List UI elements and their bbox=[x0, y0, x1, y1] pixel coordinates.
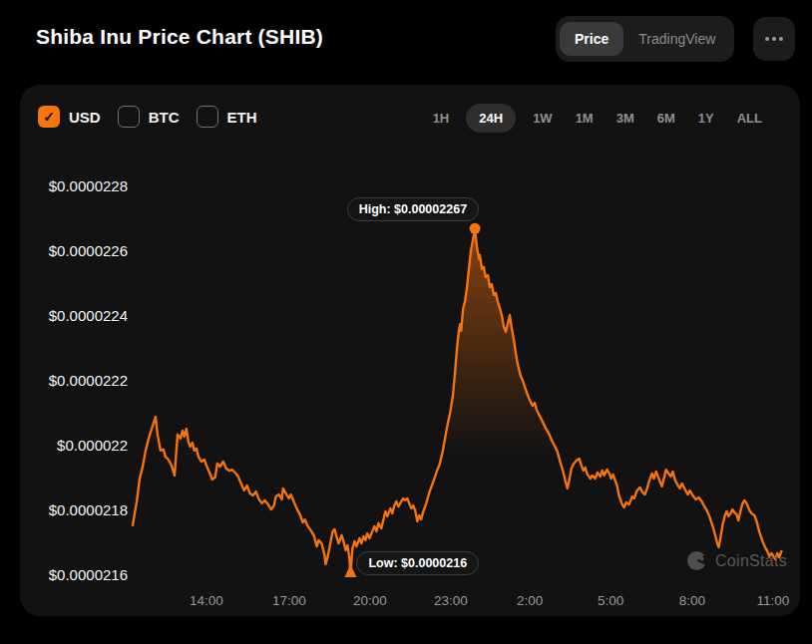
checked-checkbox-icon[interactable]: ✓ bbox=[38, 106, 60, 128]
x-axis-label: 8:00 bbox=[662, 593, 722, 608]
range-button-all[interactable]: ALL bbox=[731, 104, 768, 133]
coinstats-logo-icon bbox=[686, 550, 707, 571]
y-axis-label: $0.0000224 bbox=[18, 307, 128, 325]
ellipsis-icon bbox=[772, 37, 776, 41]
y-axis-label: $0.0000218 bbox=[18, 501, 128, 519]
low-label-pill: Low: $0.0000216 bbox=[356, 551, 479, 575]
page: { "header": { "title": "Shiba Inu Price … bbox=[0, 0, 812, 644]
range-button-6m[interactable]: 6M bbox=[651, 104, 681, 133]
currency-checkbox-usd[interactable]: ✓USD bbox=[38, 106, 101, 128]
toggle-price-button[interactable]: Price bbox=[560, 22, 623, 56]
y-axis-label: $0.000022 bbox=[18, 437, 128, 455]
range-button-1w[interactable]: 1W bbox=[527, 104, 559, 133]
range-button-1m[interactable]: 1M bbox=[570, 104, 600, 133]
range-button-24h[interactable]: 24H bbox=[466, 104, 516, 133]
unchecked-checkbox-icon[interactable] bbox=[197, 106, 218, 128]
x-axis-label: 17:00 bbox=[259, 593, 319, 608]
toggle-tradingview-button[interactable]: TradingView bbox=[623, 22, 730, 56]
x-axis-label: 11:00 bbox=[743, 593, 803, 608]
x-axis-label: 5:00 bbox=[581, 593, 640, 608]
range-button-1y[interactable]: 1Y bbox=[692, 104, 720, 133]
y-axis-label: $0.0000222 bbox=[18, 372, 128, 390]
currency-label: BTC bbox=[149, 109, 180, 126]
x-axis-label: 23:00 bbox=[421, 593, 481, 608]
y-axis-label: $0.0000226 bbox=[18, 242, 128, 260]
currency-label: USD bbox=[69, 109, 101, 126]
chart-view-toggle: Price TradingView bbox=[556, 16, 734, 62]
x-axis-label: 14:00 bbox=[177, 593, 236, 608]
y-axis-label: $0.0000228 bbox=[18, 177, 128, 195]
currency-checkbox-btc[interactable]: BTC bbox=[118, 106, 180, 128]
high-label-pill: High: $0.00002267 bbox=[347, 197, 479, 221]
page-title: Shiba Inu Price Chart (SHIB) bbox=[36, 25, 323, 49]
x-axis-label: 2:00 bbox=[500, 593, 560, 608]
watermark-label: CoinStats bbox=[715, 552, 787, 570]
ellipsis-icon bbox=[765, 37, 769, 41]
currency-checkbox-group: ✓USDBTCETH bbox=[38, 106, 257, 128]
unchecked-checkbox-icon[interactable] bbox=[118, 106, 140, 128]
currency-label: ETH bbox=[227, 109, 257, 126]
watermark: CoinStats bbox=[686, 550, 787, 571]
range-button-1h[interactable]: 1H bbox=[427, 104, 456, 133]
y-axis-label: $0.0000216 bbox=[18, 566, 128, 584]
currency-checkbox-eth[interactable]: ETH bbox=[197, 106, 257, 128]
ellipsis-icon bbox=[779, 37, 783, 41]
time-range-group: 1H24H1W1M3M6M1YALL bbox=[427, 104, 768, 133]
x-axis-label: 20:00 bbox=[340, 593, 400, 608]
chart-card bbox=[20, 85, 800, 616]
range-button-3m[interactable]: 3M bbox=[610, 104, 640, 133]
more-options-button[interactable] bbox=[753, 17, 795, 61]
